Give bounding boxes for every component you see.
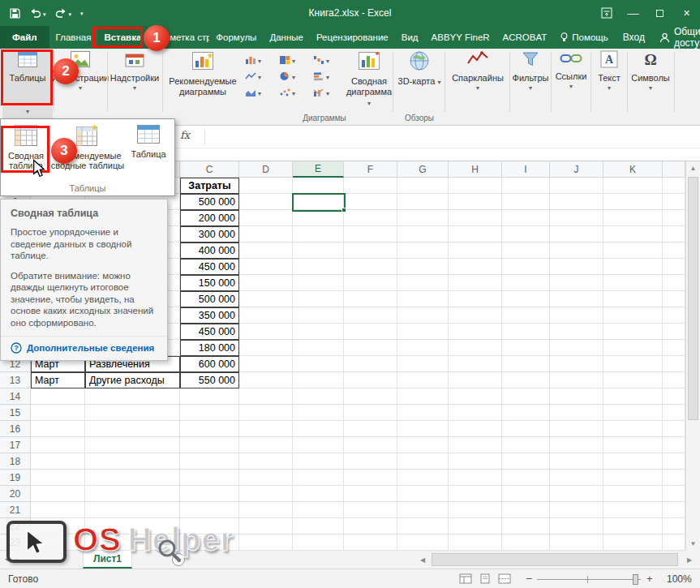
row-header-16[interactable]: 16 <box>0 421 31 437</box>
cell-I4[interactable] <box>502 226 550 242</box>
col-header-G[interactable]: G <box>397 161 449 178</box>
cell-H20[interactable] <box>449 486 502 502</box>
fill-handle[interactable] <box>341 208 346 212</box>
cell-A18[interactable] <box>31 453 85 470</box>
cell-I1[interactable] <box>502 178 550 194</box>
cell-B18[interactable] <box>85 453 180 470</box>
col-header-D[interactable]: D <box>239 161 293 178</box>
row-header-15[interactable]: 15 <box>0 405 31 421</box>
cell-E8[interactable] <box>293 291 344 307</box>
cell-G8[interactable] <box>397 291 449 307</box>
cell-G1[interactable] <box>397 178 449 194</box>
cell-partial9[interactable] <box>663 307 685 324</box>
restore-button[interactable] <box>646 0 673 26</box>
cell-I3[interactable] <box>502 210 550 226</box>
cell-H5[interactable] <box>449 242 502 259</box>
cell-J7[interactable] <box>550 275 603 291</box>
cell-K21[interactable] <box>603 502 663 518</box>
cell-G11[interactable] <box>397 340 449 356</box>
text-group-button[interactable]: А Текст ▾ <box>592 50 626 92</box>
zoom-out-button[interactable]: − <box>526 572 532 585</box>
cell-J13[interactable] <box>550 372 603 388</box>
cell-C4[interactable]: 300 000 <box>180 226 239 242</box>
cell-I13[interactable] <box>502 372 550 388</box>
cell-partial10[interactable] <box>663 324 685 340</box>
cell-D5[interactable] <box>239 242 293 259</box>
cell-partial5[interactable] <box>663 242 685 259</box>
cell-D23[interactable] <box>239 534 293 551</box>
sign-in-button[interactable]: Вход <box>615 26 653 49</box>
cell-E22[interactable] <box>293 518 344 534</box>
cell-partial6[interactable] <box>663 259 685 275</box>
row-header-19[interactable]: 19 <box>0 470 31 486</box>
row-header-17[interactable]: 17 <box>0 437 31 453</box>
scroll-down-icon[interactable]: ▼ <box>686 537 700 551</box>
cell-K8[interactable] <box>603 291 663 307</box>
cell-H12[interactable] <box>449 356 502 372</box>
cell-B19[interactable] <box>85 470 180 486</box>
cell-C19[interactable] <box>180 470 239 486</box>
cell-A15[interactable] <box>31 405 85 421</box>
filters-group-button[interactable]: Фильтры ▾ <box>511 50 550 92</box>
cell-F9[interactable] <box>344 307 397 324</box>
cell-D17[interactable] <box>239 437 293 453</box>
cell-F12[interactable] <box>344 356 397 372</box>
cell-partial1[interactable] <box>663 178 685 194</box>
cell-partial2[interactable] <box>663 194 685 210</box>
hscroll-left-icon[interactable]: ◀ <box>417 555 428 565</box>
cell-F14[interactable] <box>344 388 397 405</box>
cell-K6[interactable] <box>603 259 663 275</box>
cell-K13[interactable] <box>603 372 663 388</box>
cell-D13[interactable] <box>239 372 293 388</box>
cell-H21[interactable] <box>449 502 502 518</box>
row-header-18[interactable]: 18 <box>0 453 31 470</box>
cell-G5[interactable] <box>397 242 449 259</box>
cell-H23[interactable] <box>449 534 502 551</box>
cell-partial15[interactable] <box>663 405 685 421</box>
cell-E21[interactable] <box>293 502 344 518</box>
cell-E14[interactable] <box>293 388 344 405</box>
scroll-up-icon[interactable]: ▲ <box>686 161 700 175</box>
cell-J8[interactable] <box>550 291 603 307</box>
cell-I9[interactable] <box>502 307 550 324</box>
cell-E7[interactable] <box>293 275 344 291</box>
cell-partial17[interactable] <box>663 437 685 453</box>
cell-J5[interactable] <box>550 242 603 259</box>
cell-C6[interactable]: 450 000 <box>180 259 239 275</box>
col-header-I[interactable]: I <box>502 161 550 178</box>
cell-K14[interactable] <box>603 388 663 405</box>
cell-I15[interactable] <box>502 405 550 421</box>
col-header-H[interactable]: H <box>449 161 502 178</box>
cell-F4[interactable] <box>344 226 397 242</box>
cell-F17[interactable] <box>344 437 397 453</box>
insert-hierarchy-chart-button[interactable]: ▾ <box>277 54 297 68</box>
cell-I23[interactable] <box>502 534 550 551</box>
page-layout-view-icon[interactable] <box>479 573 492 586</box>
selected-cell-outline[interactable] <box>292 193 346 212</box>
cell-K4[interactable] <box>603 226 663 242</box>
tab-Вид[interactable]: Вид <box>395 26 425 49</box>
cell-J12[interactable] <box>550 356 603 372</box>
cell-I19[interactable] <box>502 470 550 486</box>
cell-D11[interactable] <box>239 340 293 356</box>
cell-H3[interactable] <box>449 210 502 226</box>
zoom-slider-track[interactable] <box>537 579 641 580</box>
insert-pie-chart-button[interactable]: ▾ <box>277 70 297 84</box>
table-button[interactable]: Таблица <box>126 122 171 170</box>
cell-I11[interactable] <box>502 340 550 356</box>
undo-caret-icon[interactable]: ▾ <box>43 11 46 18</box>
cell-I5[interactable] <box>502 242 550 259</box>
cell-B14[interactable] <box>85 388 180 405</box>
row-header-14[interactable]: 14 <box>0 388 31 405</box>
redo-caret-icon[interactable]: ▾ <box>69 11 72 18</box>
cell-K5[interactable] <box>603 242 663 259</box>
links-group-button[interactable]: Ссылки ▾ <box>552 50 590 90</box>
cell-J19[interactable] <box>550 470 603 486</box>
customize-quick-access-icon[interactable]: ▾ <box>80 10 84 17</box>
cell-G17[interactable] <box>397 437 449 453</box>
col-header-E[interactable]: E <box>293 161 344 178</box>
cell-E5[interactable] <box>293 242 344 259</box>
cell-E16[interactable] <box>293 421 344 437</box>
cell-E6[interactable] <box>293 259 344 275</box>
cell-H7[interactable] <box>449 275 502 291</box>
